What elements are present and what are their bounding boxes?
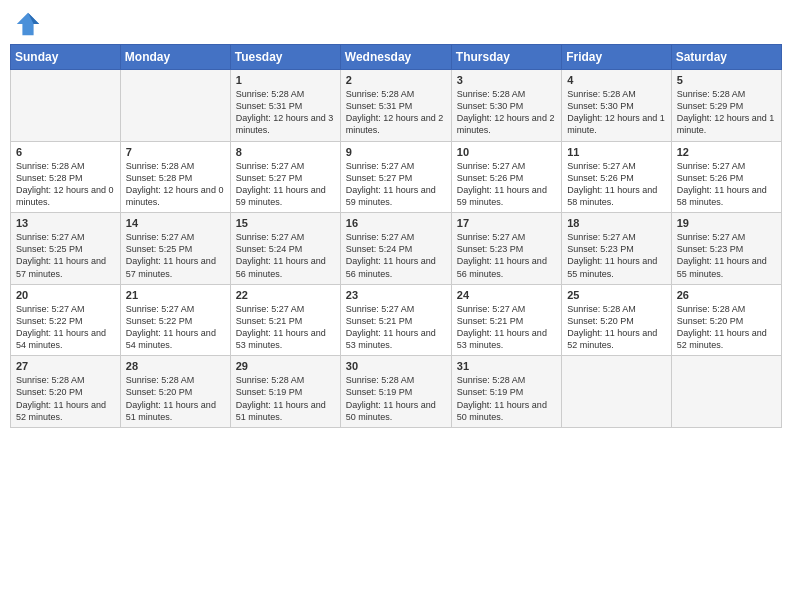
day-info: Sunrise: 5:28 AM Sunset: 5:31 PM Dayligh… [346, 88, 446, 137]
day-info: Sunrise: 5:27 AM Sunset: 5:21 PM Dayligh… [457, 303, 556, 352]
day-info: Sunrise: 5:28 AM Sunset: 5:28 PM Dayligh… [126, 160, 225, 209]
calendar-cell: 6Sunrise: 5:28 AM Sunset: 5:28 PM Daylig… [11, 141, 121, 213]
calendar-cell: 18Sunrise: 5:27 AM Sunset: 5:23 PM Dayli… [562, 213, 671, 285]
calendar-day-header: Friday [562, 45, 671, 70]
calendar-day-header: Wednesday [340, 45, 451, 70]
calendar-day-header: Monday [120, 45, 230, 70]
day-info: Sunrise: 5:27 AM Sunset: 5:21 PM Dayligh… [346, 303, 446, 352]
calendar-cell: 15Sunrise: 5:27 AM Sunset: 5:24 PM Dayli… [230, 213, 340, 285]
day-info: Sunrise: 5:27 AM Sunset: 5:27 PM Dayligh… [346, 160, 446, 209]
day-info: Sunrise: 5:28 AM Sunset: 5:20 PM Dayligh… [16, 374, 115, 423]
day-number: 7 [126, 146, 225, 158]
day-number: 11 [567, 146, 665, 158]
calendar-week-row: 1Sunrise: 5:28 AM Sunset: 5:31 PM Daylig… [11, 70, 782, 142]
calendar-cell: 7Sunrise: 5:28 AM Sunset: 5:28 PM Daylig… [120, 141, 230, 213]
calendar-cell [562, 356, 671, 428]
day-info: Sunrise: 5:27 AM Sunset: 5:24 PM Dayligh… [236, 231, 335, 280]
day-info: Sunrise: 5:28 AM Sunset: 5:19 PM Dayligh… [346, 374, 446, 423]
day-number: 9 [346, 146, 446, 158]
day-info: Sunrise: 5:27 AM Sunset: 5:26 PM Dayligh… [677, 160, 776, 209]
calendar-cell: 21Sunrise: 5:27 AM Sunset: 5:22 PM Dayli… [120, 284, 230, 356]
day-number: 22 [236, 289, 335, 301]
calendar-cell: 10Sunrise: 5:27 AM Sunset: 5:26 PM Dayli… [451, 141, 561, 213]
calendar-cell: 12Sunrise: 5:27 AM Sunset: 5:26 PM Dayli… [671, 141, 781, 213]
calendar-cell: 17Sunrise: 5:27 AM Sunset: 5:23 PM Dayli… [451, 213, 561, 285]
day-number: 20 [16, 289, 115, 301]
calendar-cell [671, 356, 781, 428]
calendar-cell: 25Sunrise: 5:28 AM Sunset: 5:20 PM Dayli… [562, 284, 671, 356]
day-number: 27 [16, 360, 115, 372]
day-info: Sunrise: 5:27 AM Sunset: 5:24 PM Dayligh… [346, 231, 446, 280]
day-info: Sunrise: 5:27 AM Sunset: 5:22 PM Dayligh… [126, 303, 225, 352]
page-header [10, 10, 782, 38]
calendar-cell: 5Sunrise: 5:28 AM Sunset: 5:29 PM Daylig… [671, 70, 781, 142]
day-info: Sunrise: 5:28 AM Sunset: 5:31 PM Dayligh… [236, 88, 335, 137]
calendar-day-header: Tuesday [230, 45, 340, 70]
day-info: Sunrise: 5:27 AM Sunset: 5:25 PM Dayligh… [16, 231, 115, 280]
calendar-cell: 3Sunrise: 5:28 AM Sunset: 5:30 PM Daylig… [451, 70, 561, 142]
calendar-cell: 20Sunrise: 5:27 AM Sunset: 5:22 PM Dayli… [11, 284, 121, 356]
day-number: 18 [567, 217, 665, 229]
day-number: 28 [126, 360, 225, 372]
calendar-cell: 8Sunrise: 5:27 AM Sunset: 5:27 PM Daylig… [230, 141, 340, 213]
day-info: Sunrise: 5:28 AM Sunset: 5:19 PM Dayligh… [236, 374, 335, 423]
day-info: Sunrise: 5:27 AM Sunset: 5:21 PM Dayligh… [236, 303, 335, 352]
day-number: 25 [567, 289, 665, 301]
day-number: 21 [126, 289, 225, 301]
calendar-cell: 9Sunrise: 5:27 AM Sunset: 5:27 PM Daylig… [340, 141, 451, 213]
day-info: Sunrise: 5:27 AM Sunset: 5:25 PM Dayligh… [126, 231, 225, 280]
day-number: 19 [677, 217, 776, 229]
calendar-cell: 22Sunrise: 5:27 AM Sunset: 5:21 PM Dayli… [230, 284, 340, 356]
calendar-body: 1Sunrise: 5:28 AM Sunset: 5:31 PM Daylig… [11, 70, 782, 428]
day-number: 12 [677, 146, 776, 158]
day-info: Sunrise: 5:28 AM Sunset: 5:30 PM Dayligh… [567, 88, 665, 137]
calendar-header-row: SundayMondayTuesdayWednesdayThursdayFrid… [11, 45, 782, 70]
day-info: Sunrise: 5:28 AM Sunset: 5:20 PM Dayligh… [567, 303, 665, 352]
day-number: 26 [677, 289, 776, 301]
calendar-cell: 30Sunrise: 5:28 AM Sunset: 5:19 PM Dayli… [340, 356, 451, 428]
day-info: Sunrise: 5:28 AM Sunset: 5:28 PM Dayligh… [16, 160, 115, 209]
day-info: Sunrise: 5:27 AM Sunset: 5:23 PM Dayligh… [567, 231, 665, 280]
day-info: Sunrise: 5:27 AM Sunset: 5:27 PM Dayligh… [236, 160, 335, 209]
day-number: 6 [16, 146, 115, 158]
calendar-cell: 16Sunrise: 5:27 AM Sunset: 5:24 PM Dayli… [340, 213, 451, 285]
day-info: Sunrise: 5:27 AM Sunset: 5:26 PM Dayligh… [567, 160, 665, 209]
calendar-cell: 29Sunrise: 5:28 AM Sunset: 5:19 PM Dayli… [230, 356, 340, 428]
calendar-week-row: 20Sunrise: 5:27 AM Sunset: 5:22 PM Dayli… [11, 284, 782, 356]
day-number: 30 [346, 360, 446, 372]
calendar-cell: 28Sunrise: 5:28 AM Sunset: 5:20 PM Dayli… [120, 356, 230, 428]
calendar-cell: 13Sunrise: 5:27 AM Sunset: 5:25 PM Dayli… [11, 213, 121, 285]
day-number: 15 [236, 217, 335, 229]
calendar-day-header: Thursday [451, 45, 561, 70]
day-number: 24 [457, 289, 556, 301]
day-number: 3 [457, 74, 556, 86]
logo-icon [14, 10, 42, 38]
day-number: 13 [16, 217, 115, 229]
day-info: Sunrise: 5:28 AM Sunset: 5:19 PM Dayligh… [457, 374, 556, 423]
calendar-cell: 2Sunrise: 5:28 AM Sunset: 5:31 PM Daylig… [340, 70, 451, 142]
calendar-cell: 11Sunrise: 5:27 AM Sunset: 5:26 PM Dayli… [562, 141, 671, 213]
day-info: Sunrise: 5:27 AM Sunset: 5:22 PM Dayligh… [16, 303, 115, 352]
day-info: Sunrise: 5:28 AM Sunset: 5:29 PM Dayligh… [677, 88, 776, 137]
day-info: Sunrise: 5:27 AM Sunset: 5:23 PM Dayligh… [457, 231, 556, 280]
day-number: 29 [236, 360, 335, 372]
calendar-cell: 24Sunrise: 5:27 AM Sunset: 5:21 PM Dayli… [451, 284, 561, 356]
logo [14, 10, 44, 38]
day-info: Sunrise: 5:28 AM Sunset: 5:20 PM Dayligh… [126, 374, 225, 423]
day-number: 31 [457, 360, 556, 372]
day-number: 8 [236, 146, 335, 158]
day-info: Sunrise: 5:28 AM Sunset: 5:20 PM Dayligh… [677, 303, 776, 352]
calendar-day-header: Sunday [11, 45, 121, 70]
calendar-cell: 23Sunrise: 5:27 AM Sunset: 5:21 PM Dayli… [340, 284, 451, 356]
calendar-day-header: Saturday [671, 45, 781, 70]
calendar-cell: 14Sunrise: 5:27 AM Sunset: 5:25 PM Dayli… [120, 213, 230, 285]
day-info: Sunrise: 5:28 AM Sunset: 5:30 PM Dayligh… [457, 88, 556, 137]
calendar-cell: 31Sunrise: 5:28 AM Sunset: 5:19 PM Dayli… [451, 356, 561, 428]
day-number: 17 [457, 217, 556, 229]
calendar-week-row: 13Sunrise: 5:27 AM Sunset: 5:25 PM Dayli… [11, 213, 782, 285]
calendar-cell: 26Sunrise: 5:28 AM Sunset: 5:20 PM Dayli… [671, 284, 781, 356]
calendar-cell: 1Sunrise: 5:28 AM Sunset: 5:31 PM Daylig… [230, 70, 340, 142]
day-number: 1 [236, 74, 335, 86]
calendar-cell: 4Sunrise: 5:28 AM Sunset: 5:30 PM Daylig… [562, 70, 671, 142]
day-number: 5 [677, 74, 776, 86]
